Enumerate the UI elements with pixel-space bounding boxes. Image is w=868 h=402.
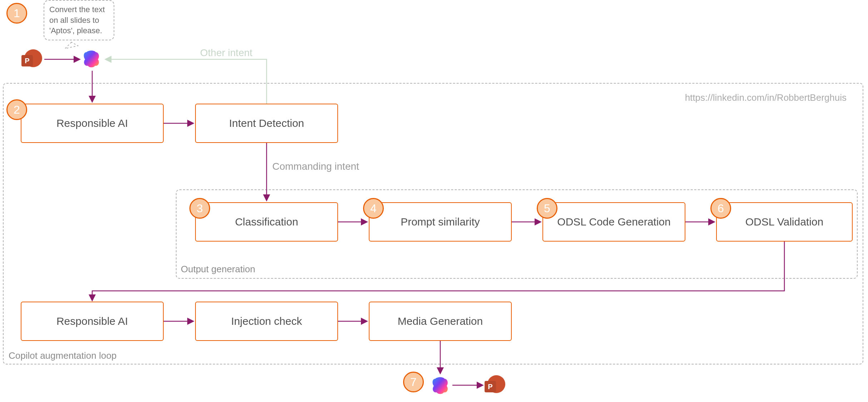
badge-number: 3 bbox=[197, 202, 203, 215]
step-badge-3: 3 bbox=[189, 198, 210, 219]
node-responsible-ai-1: Responsible AI bbox=[21, 104, 164, 143]
badge-number: 5 bbox=[544, 202, 550, 215]
node-label: Responsible AI bbox=[56, 315, 128, 327]
badge-number: 1 bbox=[14, 7, 20, 20]
powerpoint-icon-bottom: P bbox=[485, 375, 505, 396]
speech-bubble: Convert the text on all slides to 'Aptos… bbox=[44, 0, 114, 40]
node-label: Responsible AI bbox=[56, 117, 128, 129]
node-label: Media Generation bbox=[398, 315, 483, 327]
badge-number: 7 bbox=[410, 376, 417, 389]
node-prompt-similarity: Prompt similarity bbox=[369, 202, 512, 242]
edge-label-other-intent: Other intent bbox=[200, 47, 252, 59]
node-odsl-code-generation: ODSL Code Generation bbox=[542, 202, 685, 242]
node-classification: Classification bbox=[195, 202, 338, 242]
node-intent-detection: Intent Detection bbox=[195, 104, 338, 143]
edge-label-commanding-intent: Commanding intent bbox=[272, 161, 359, 172]
node-label: Classification bbox=[235, 216, 298, 228]
attribution-url: https://linkedin.com/in/RobbertBerghuis bbox=[685, 92, 847, 103]
group-label-output-generation: Output generation bbox=[181, 264, 255, 275]
step-badge-1: 1 bbox=[6, 3, 27, 24]
powerpoint-icon: P bbox=[21, 49, 42, 70]
copilot-icon-bottom bbox=[430, 375, 450, 395]
badge-number: 2 bbox=[14, 103, 20, 116]
badge-number: 4 bbox=[370, 202, 377, 215]
copilot-icon bbox=[81, 49, 101, 69]
step-badge-5: 5 bbox=[537, 198, 557, 219]
step-badge-6: 6 bbox=[710, 198, 731, 219]
node-media-generation: Media Generation bbox=[369, 302, 512, 341]
node-label: ODSL Code Generation bbox=[557, 216, 670, 228]
node-label: Prompt similarity bbox=[401, 216, 480, 228]
node-label: Injection check bbox=[231, 315, 302, 327]
step-badge-2: 2 bbox=[6, 99, 27, 120]
node-odsl-validation: ODSL Validation bbox=[716, 202, 853, 242]
node-injection-check: Injection check bbox=[195, 302, 338, 341]
step-badge-7: 7 bbox=[403, 372, 424, 392]
node-label: ODSL Validation bbox=[745, 216, 823, 228]
step-badge-4: 4 bbox=[363, 198, 384, 219]
node-responsible-ai-2: Responsible AI bbox=[21, 302, 164, 341]
badge-number: 6 bbox=[718, 202, 724, 215]
node-label: Intent Detection bbox=[229, 117, 304, 129]
group-label-copilot-augmentation-loop: Copilot augmentation loop bbox=[9, 350, 116, 361]
diagram-canvas: Copilot augmentation loop Output generat… bbox=[0, 0, 868, 402]
